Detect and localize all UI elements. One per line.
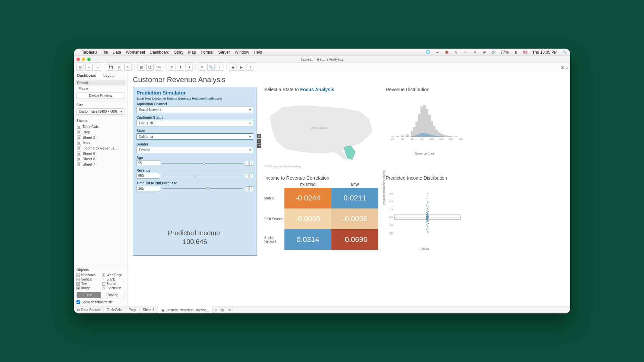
map-viz[interactable]: Select a State to Focus Analysis United … — [264, 87, 378, 171]
close-window-button[interactable] — [76, 58, 80, 61]
age-slider[interactable] — [162, 163, 243, 164]
sheet-tab[interactable]: Sheet 3 — [140, 306, 158, 313]
new-story-button[interactable]: ▭ — [226, 306, 233, 313]
fit-button[interactable]: ▣ — [229, 64, 236, 71]
customer-status-select[interactable]: EXISTING▾ — [137, 120, 253, 126]
refresh-button[interactable]: ↻ — [124, 64, 132, 71]
obj-image[interactable]: ▣Image — [76, 286, 99, 290]
step-left-icon[interactable]: ‹ — [245, 161, 249, 166]
spotlight-icon[interactable]: 🔍 — [562, 50, 567, 55]
tableau-logo-icon[interactable]: ⊞ — [76, 64, 84, 71]
filter-icon[interactable]: ⚲ — [257, 139, 261, 143]
app-name[interactable]: Tableau — [82, 50, 97, 55]
menu-server[interactable]: Server — [218, 50, 230, 55]
revenue-slider[interactable] — [162, 176, 243, 176]
swap-button[interactable]: ⇅ — [168, 64, 175, 71]
clock[interactable]: Thu 10:05 PM — [532, 50, 557, 55]
floating-toggle[interactable]: Floating — [101, 292, 124, 298]
volume-icon[interactable]: 🔊 — [491, 50, 496, 55]
menu-story[interactable]: Story — [174, 50, 183, 55]
menu-dashboard[interactable]: Dashboard — [150, 50, 169, 55]
clear-button[interactable]: ⌫ — [155, 64, 162, 71]
gender-select[interactable]: Female▾ — [137, 147, 253, 153]
presentation-button[interactable]: ▶ — [238, 64, 245, 71]
more-icon[interactable]: ▾ — [257, 143, 261, 148]
wifi-icon[interactable]: ◉ — [482, 50, 487, 55]
heatmap-cell[interactable]: -0.0244 — [284, 188, 331, 208]
obj-horizontal[interactable]: ▭Horizontal — [76, 273, 99, 277]
step-right-icon[interactable]: › — [249, 161, 253, 166]
heatmap-cell[interactable]: -0.0696 — [331, 229, 378, 250]
back-button[interactable]: ← — [85, 64, 93, 71]
tab-layout[interactable]: Layout — [100, 72, 118, 79]
step-right-icon[interactable]: › — [249, 174, 253, 178]
sheet-tab-active[interactable]: ▣ Einstein Prediction Dashbo... — [158, 306, 212, 313]
obj-button[interactable]: ▢Button — [102, 282, 125, 286]
sheet-tab[interactable]: TableCalc — [104, 306, 125, 313]
bug-icon[interactable]: 🐞 — [444, 50, 449, 55]
minimize-window-button[interactable] — [82, 58, 85, 61]
show-title-checkbox[interactable]: Show dashboard title — [76, 300, 124, 304]
tab-dashboard[interactable]: Dashboard — [74, 72, 100, 79]
age-input[interactable]: 55 — [137, 160, 160, 166]
obj-text[interactable]: AText — [76, 282, 99, 286]
save-button[interactable]: 💾 — [107, 64, 114, 71]
new-worksheet-button[interactable]: ▦ — [138, 64, 145, 71]
forward-button[interactable]: → — [94, 64, 101, 71]
time-input[interactable]: 265 — [137, 186, 160, 191]
sheet-item[interactable]: ▦Sheet 3 — [76, 135, 124, 140]
heatmap-cell[interactable]: 0.0211 — [331, 188, 378, 208]
sheet-tab[interactable]: Prep — [125, 306, 140, 313]
state-select[interactable]: California▾ — [137, 133, 253, 140]
heatmap-cell[interactable]: -0.0005 — [284, 208, 331, 229]
menu-data[interactable]: Data — [113, 50, 121, 55]
flag-icon[interactable]: 🇺🇸 — [523, 50, 528, 55]
obj-blank[interactable]: □Blank — [102, 278, 125, 281]
duplicate-button[interactable]: ⿻ — [146, 64, 154, 71]
sheet-item[interactable]: ▦Sheet 8 — [76, 156, 124, 162]
globe-icon[interactable]: 🌐 — [426, 50, 430, 55]
display-icon[interactable]: ▭ — [463, 50, 468, 55]
scatter-viz[interactable]: Predicted Income Distribution Predicted … — [386, 175, 463, 256]
correlation-viz[interactable]: Income to Revenue Correlation EXISTINGNE… — [264, 175, 378, 256]
heatmap-cell[interactable]: -0.0036 — [331, 208, 378, 229]
sheet-item[interactable]: ▦Sheet 7 — [76, 162, 124, 167]
highlight-button[interactable]: ✎ — [199, 64, 206, 71]
bluetooth-icon[interactable]: ⌗ — [473, 50, 477, 55]
acquisition-channel-select[interactable]: Social Network▾ — [137, 107, 253, 113]
sheet-item[interactable]: ▦Income to Revenue ... — [76, 145, 124, 151]
step-right-icon[interactable]: › — [249, 186, 253, 191]
share-button[interactable]: ⇪ — [247, 64, 254, 71]
menu-format[interactable]: Format — [201, 50, 213, 55]
sheet-item[interactable]: ▦TableCalc — [76, 124, 124, 129]
sheet-item[interactable]: ▦Map — [76, 140, 124, 145]
menu-file[interactable]: File — [101, 50, 108, 55]
obj-webpage[interactable]: ⊕Web Page — [102, 273, 125, 277]
close-icon[interactable]: ✕ — [257, 134, 261, 138]
maximize-window-button[interactable] — [87, 58, 91, 61]
cloud-icon[interactable]: ☁ — [435, 50, 440, 55]
new-data-button[interactable]: ⎘ — [116, 64, 123, 71]
focus-analysis-link[interactable]: Focus Analysis — [300, 87, 334, 92]
menu-map[interactable]: Map — [188, 50, 196, 55]
sheet-item[interactable]: ▦Sheet 6 — [76, 151, 124, 156]
data-source-tab[interactable]: ⊞ Data Source — [74, 306, 104, 313]
sheet-item[interactable]: ▦Prep — [76, 129, 124, 135]
group-button[interactable]: 📎 — [207, 64, 215, 71]
menu-help[interactable]: Help — [254, 50, 262, 55]
new-sheet-button[interactable]: ⊞ — [213, 306, 219, 313]
new-dashboard-button[interactable]: ▦ — [219, 306, 226, 313]
labels-button[interactable]: T — [216, 64, 223, 71]
search-icon[interactable]: ⚲ — [454, 50, 459, 55]
device-preview-button[interactable]: Device Preview — [76, 93, 124, 99]
histogram-viz[interactable]: Revenue Distribution 2004006008001000120… — [386, 87, 463, 171]
obj-vertical[interactable]: ▯Vertical — [76, 278, 99, 281]
time-slider[interactable] — [162, 188, 243, 189]
obj-extension[interactable]: ⬡Extension — [102, 286, 125, 290]
menu-worksheet[interactable]: Worksheet — [126, 50, 145, 55]
size-select[interactable]: Custom size (1400 x 800)▾ — [76, 108, 124, 115]
tiled-toggle[interactable]: Tiled — [77, 292, 101, 298]
show-me-button[interactable]: Sho — [561, 65, 568, 69]
menu-window[interactable]: Window — [235, 50, 249, 55]
sort-asc-button[interactable]: ⬆ — [177, 64, 184, 71]
